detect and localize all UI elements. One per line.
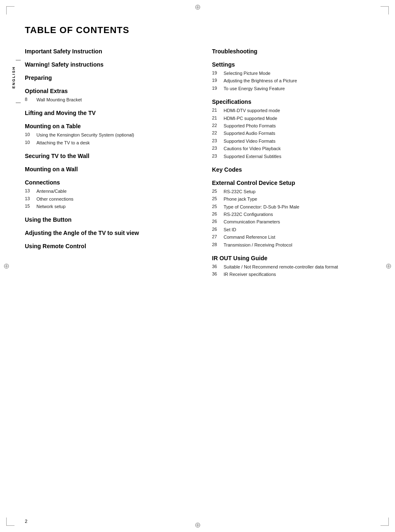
toc-entry-text: Supported Video Formats	[224, 138, 275, 144]
toc-entry: 27Command Reference List	[212, 234, 383, 240]
section-heading: Using Remote Control	[25, 243, 195, 249]
toc-page-number: 15	[25, 204, 36, 208]
section-heading: External Control Device Setup	[212, 180, 383, 186]
toc-entry: 28Transmission / Receiving Protocol	[212, 242, 383, 248]
section-heading: IR OUT Using Guide	[212, 255, 383, 261]
main-content: TABLE OF CONTENTS Important Safety Instr…	[25, 25, 383, 507]
toc-page-number: 22	[212, 130, 224, 135]
toc-entry: 23Supported Video Formats	[212, 138, 383, 144]
toc-page-number: 21	[212, 108, 224, 113]
section-heading: Lifting and Moving the TV	[25, 110, 195, 116]
toc-entry-text: Cautions for Video Playback	[224, 146, 281, 152]
toc-entry: 36IR Receiver specifications	[212, 271, 383, 278]
toc-entry: 25RS-232C Setup	[212, 189, 383, 195]
toc-left-column: Important Safety InstructionWarning! Saf…	[25, 48, 195, 279]
crosshair-top: ⊕	[195, 3, 201, 11]
section-heading: Specifications	[212, 98, 383, 105]
toc-page-number: 23	[212, 153, 224, 158]
section-heading: Connections	[25, 179, 195, 186]
toc-entry-text: Antenna/Cable	[36, 188, 67, 194]
toc-entry: 19Selecting Picture Mode	[212, 70, 383, 77]
toc-entry-text: Selecting Picture Mode	[224, 70, 270, 77]
toc-page-number: 23	[212, 138, 224, 143]
page-container: ⊕ ⊕ ⊕ ⊕ ENGLISH TABLE OF CONTENTS Import…	[0, 0, 395, 532]
toc-entry: 22Supported Photo Formats	[212, 123, 383, 129]
toc-page-number: 26	[212, 211, 224, 216]
toc-page-number: 28	[212, 242, 224, 247]
section-heading: Securing TV to the Wall	[25, 153, 195, 159]
section-heading: Mounting on a Table	[25, 123, 195, 129]
toc-entry-text: Attaching the TV to a desk	[36, 140, 90, 146]
toc-columns: Important Safety InstructionWarning! Saf…	[25, 48, 383, 279]
sidebar-line-top	[16, 60, 21, 60]
section-heading: Mounting on a Wall	[25, 166, 195, 173]
toc-entry: 25Phone jack Type	[212, 196, 383, 202]
toc-entry-text: Type of Connector: D-Sub 9-Pin Male	[224, 204, 299, 210]
toc-page-number: 26	[212, 219, 224, 224]
toc-entry: 22Supported Audio Formats	[212, 130, 383, 137]
toc-page-number: 8	[25, 97, 36, 102]
toc-page-number: 25	[212, 189, 224, 194]
toc-page-number: 23	[212, 146, 224, 151]
toc-entry-text: Using the Kensington Security System (op…	[36, 132, 134, 138]
section-heading: Warning! Safety instructions	[25, 61, 195, 68]
corner-mark-tl	[6, 6, 14, 14]
section-heading: Settings	[212, 61, 383, 68]
toc-page-number: 21	[212, 115, 224, 120]
toc-page-number: 25	[212, 204, 224, 209]
toc-page-number: 26	[212, 227, 224, 232]
toc-entry-text: HDMI-DTV supported mode	[224, 108, 280, 114]
toc-page-number: 22	[212, 123, 224, 128]
crosshair-bottom: ⊕	[195, 521, 201, 529]
toc-entry-text: Wall Mounting Bracket	[36, 97, 82, 103]
toc-right-column: TroubleshootingSettings19Selecting Pictu…	[212, 48, 383, 279]
toc-entry-text: IR Receiver specifications	[224, 271, 276, 278]
toc-entry: 26Communication Parameters	[212, 219, 383, 225]
toc-page-number: 36	[212, 264, 224, 269]
toc-entry-text: Supported Audio Formats	[224, 130, 275, 137]
toc-entry: 26Set ID	[212, 227, 383, 233]
toc-entry-text: Supported External Subtitles	[224, 153, 281, 160]
toc-entry-text: HDMI-PC supported Mode	[224, 115, 277, 122]
section-heading: Optional Extras	[25, 88, 195, 94]
toc-entry-text: To use Energy Saving Feature	[224, 86, 285, 92]
toc-entry: 13Other connections	[25, 196, 195, 202]
toc-entry: 10Using the Kensington Security System (…	[25, 132, 195, 138]
toc-entry: 26RS-232C Configurations	[212, 211, 383, 218]
page-number: 2	[25, 519, 27, 524]
toc-entry: 10Attaching the TV to a desk	[25, 140, 195, 146]
sidebar-line-bottom	[16, 103, 21, 103]
toc-page-number: 19	[212, 78, 224, 83]
toc-entry: 8Wall Mounting Bracket	[25, 97, 195, 103]
toc-entry: 15Network setup	[25, 204, 195, 210]
section-heading: Key Codes	[212, 166, 383, 173]
crosshair-right: ⊕	[385, 262, 392, 270]
corner-mark-bl	[6, 518, 14, 526]
toc-entry: 23Cautions for Video Playback	[212, 146, 383, 152]
toc-entry-text: RS-232C Configurations	[224, 211, 273, 218]
toc-entry: 13Antenna/Cable	[25, 188, 195, 194]
section-heading: Using the Button	[25, 216, 195, 223]
toc-page-number: 36	[212, 271, 224, 276]
section-heading: Troubleshooting	[212, 48, 383, 55]
section-heading: Preparing	[25, 74, 195, 81]
toc-entry-text: Supported Photo Formats	[224, 123, 276, 129]
toc-entry-text: Other connections	[36, 196, 73, 202]
section-heading: Important Safety Instruction	[25, 48, 195, 55]
toc-entry-text: Communication Parameters	[224, 219, 280, 225]
toc-entry-text: Network setup	[36, 204, 65, 210]
toc-page-number: 10	[25, 140, 36, 145]
toc-page-number: 13	[25, 188, 36, 193]
toc-entry: 19To use Energy Saving Feature	[212, 86, 383, 92]
toc-entry: 36Suitable / Not Recommend remote-contro…	[212, 264, 383, 270]
toc-entry: 23Supported External Subtitles	[212, 153, 383, 160]
crosshair-left: ⊕	[3, 262, 10, 270]
toc-entry: 25Type of Connector: D-Sub 9-Pin Male	[212, 204, 383, 210]
sidebar-language-label: ENGLISH	[12, 66, 16, 89]
toc-page-number: 27	[212, 234, 224, 239]
toc-entry-text: Phone jack Type	[224, 196, 257, 202]
corner-mark-br	[381, 518, 389, 526]
toc-page-number: 19	[212, 70, 224, 75]
toc-entry-text: Adjusting the Brightness of a Picture	[224, 78, 297, 84]
toc-entry: 21HDMI-PC supported Mode	[212, 115, 383, 122]
